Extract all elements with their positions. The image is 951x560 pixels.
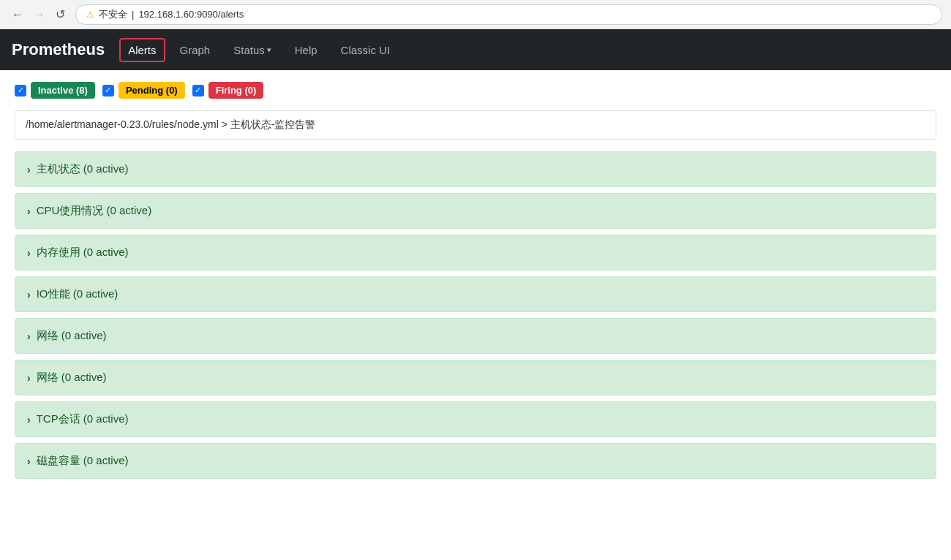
nav-alerts[interactable]: Alerts — [119, 38, 165, 62]
chevron-right-icon-7: › — [27, 414, 31, 425]
filter-firing: ✓ Firing (0) — [192, 82, 264, 99]
chevron-right-icon-3: › — [27, 247, 31, 259]
forward-button[interactable]: → — [31, 7, 48, 23]
chevron-right-icon-6: › — [27, 372, 31, 384]
inactive-checkbox[interactable]: ✓ — [15, 85, 26, 97]
main-content: ✓ Inactive (8) ✓ Pending (0) ✓ Firing (0… — [0, 70, 951, 496]
alert-group-4-label: IO性能 (0 active) — [37, 287, 119, 301]
alert-group-5-label: 网络 (0 active) — [37, 329, 107, 343]
nav-status[interactable]: Status ▾ — [225, 38, 280, 62]
navbar: Prometheus Alerts Graph Status ▾ Help Cl… — [0, 29, 951, 70]
browser-nav: ← → ↺ — [9, 6, 68, 23]
pending-checkbox[interactable]: ✓ — [102, 85, 114, 97]
alert-group-8-label: 磁盘容量 (0 active) — [37, 454, 129, 468]
pending-badge[interactable]: Pending (0) — [119, 82, 185, 99]
chevron-right-icon-1: › — [27, 164, 31, 175]
separator: | — [132, 9, 134, 20]
filter-row: ✓ Inactive (8) ✓ Pending (0) ✓ Firing (0… — [15, 82, 936, 99]
alert-group-3[interactable]: › 内存使用 (0 active) — [15, 235, 936, 270]
status-dropdown-arrow: ▾ — [267, 45, 271, 55]
brand-logo[interactable]: Prometheus — [12, 40, 105, 59]
firing-checkbox[interactable]: ✓ — [192, 85, 204, 97]
alert-group-3-label: 内存使用 (0 active) — [37, 246, 129, 260]
reload-button[interactable]: ↺ — [53, 6, 68, 23]
nav-help[interactable]: Help — [286, 38, 326, 62]
nav-classic-ui[interactable]: Classic UI — [332, 38, 399, 62]
alert-group-6[interactable]: › 网络 (0 active) — [15, 360, 936, 396]
nav-graph[interactable]: Graph — [171, 38, 219, 62]
filter-inactive: ✓ Inactive (8) — [15, 82, 95, 99]
alert-group-2[interactable]: › CPU使用情况 (0 active) — [15, 193, 936, 229]
breadcrumb: /home/alertmanager-0.23.0/rules/node.yml… — [15, 110, 936, 140]
alert-group-1[interactable]: › 主机状态 (0 active) — [15, 151, 936, 187]
alert-group-4[interactable]: › IO性能 (0 active) — [15, 276, 936, 312]
browser-bar: ← → ↺ ⚠ 不安全 | 192.168.1.60:9090/alerts — [0, 0, 951, 29]
warning-text: 不安全 — [99, 8, 127, 21]
alert-groups-list: › 主机状态 (0 active) › CPU使用情况 (0 active) ›… — [15, 151, 936, 479]
alert-group-1-label: 主机状态 (0 active) — [37, 162, 129, 176]
back-button[interactable]: ← — [9, 7, 26, 23]
alert-group-7[interactable]: › TCP会话 (0 active) — [15, 401, 936, 437]
inactive-badge[interactable]: Inactive (8) — [31, 82, 95, 99]
alert-group-5[interactable]: › 网络 (0 active) — [15, 318, 936, 354]
firing-badge[interactable]: Firing (0) — [208, 82, 264, 99]
alert-group-2-label: CPU使用情况 (0 active) — [37, 204, 152, 218]
alert-group-7-label: TCP会话 (0 active) — [37, 412, 129, 426]
address-bar[interactable]: ⚠ 不安全 | 192.168.1.60:9090/alerts — [75, 4, 942, 25]
chevron-right-icon-2: › — [27, 205, 31, 217]
filter-pending: ✓ Pending (0) — [102, 82, 185, 99]
chevron-right-icon-5: › — [27, 330, 31, 342]
chevron-right-icon-8: › — [27, 455, 31, 467]
alert-group-6-label: 网络 (0 active) — [37, 371, 107, 385]
chevron-right-icon-4: › — [27, 289, 31, 300]
alert-group-8[interactable]: › 磁盘容量 (0 active) — [15, 443, 936, 479]
url-text: 192.168.1.60:9090/alerts — [138, 9, 244, 20]
security-warning-icon: ⚠ — [86, 10, 94, 20]
